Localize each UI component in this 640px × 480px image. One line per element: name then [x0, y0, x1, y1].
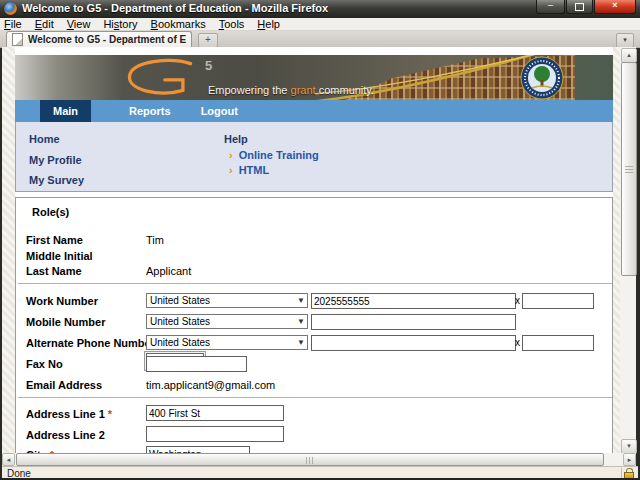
fax-input[interactable]: [146, 356, 247, 372]
main-menu-panel: Home My Profile My Survey Help ›Online T…: [15, 122, 613, 192]
menu-file[interactable]: File: [4, 18, 22, 30]
new-tab-button[interactable]: +: [198, 33, 218, 48]
firefox-icon: [4, 2, 17, 15]
required-asterisk: *: [108, 408, 112, 420]
link-arrow-icon: ›: [229, 149, 233, 161]
maximize-icon: [575, 3, 584, 11]
alternate-number-input[interactable]: [311, 335, 516, 351]
last-name-value: Applicant: [146, 265, 191, 277]
work-ext-input[interactable]: [522, 293, 594, 309]
help-header: Help: [224, 133, 248, 145]
active-tab[interactable]: Welcome to G5 - Department of Edu...: [6, 31, 192, 47]
menu-link-my-survey[interactable]: My Survey: [29, 174, 84, 186]
chevron-down-icon: ▼: [297, 317, 305, 326]
alternate-ext-label: x: [515, 337, 520, 348]
menu-link-home[interactable]: Home: [29, 133, 60, 145]
link-arrow-icon: ›: [229, 164, 233, 176]
minimize-button[interactable]: –: [536, 0, 565, 14]
window-titlebar: Welcome to G5 - Department of Education …: [0, 0, 640, 18]
section-divider: [18, 397, 612, 398]
scroll-right-button[interactable]: ►: [623, 453, 636, 466]
secure-lock-indicator: [621, 468, 636, 479]
nav-tab-reports[interactable]: Reports: [115, 100, 185, 122]
maximize-button[interactable]: [566, 0, 593, 14]
list-all-tabs-button[interactable]: ▾: [616, 33, 634, 48]
mobile-number-input[interactable]: [311, 314, 516, 330]
nav-tab-main[interactable]: Main: [40, 100, 91, 122]
alternate-ext-input[interactable]: [522, 335, 594, 351]
work-number-input[interactable]: [311, 293, 516, 309]
help-link-html[interactable]: ›HTML: [229, 164, 269, 176]
city-input[interactable]: [146, 446, 250, 453]
email-value: tim.applicant9@gmail.com: [146, 379, 275, 391]
chevron-down-icon: ▼: [297, 296, 305, 305]
department-of-education-seal-icon: [520, 56, 564, 100]
scroll-grip-icon: [625, 165, 633, 173]
browser-menubar: File Edit View History Bookmarks Tools H…: [0, 18, 640, 31]
alternate-number-label: Alternate Phone Number: [26, 337, 155, 349]
help-link-online-training[interactable]: ›Online Training: [229, 149, 319, 161]
g5-logo-five: 5: [205, 58, 212, 73]
last-name-label: Last Name: [26, 265, 82, 277]
scroll-up-button[interactable]: ▲: [621, 48, 637, 63]
address2-label: Address Line 2: [26, 429, 105, 441]
page-content: 5 Empowering the grant community. Main R…: [15, 47, 613, 453]
work-number-label: Work Number: [26, 295, 98, 307]
window-title: Welcome to G5 - Department of Education …: [22, 2, 328, 14]
vertical-scroll-thumb[interactable]: [621, 62, 637, 276]
page-viewport: 5 Empowering the grant community. Main R…: [2, 47, 620, 453]
mobile-country-select[interactable]: United States ▼: [146, 314, 308, 329]
site-navbar: Main Reports Logout: [15, 100, 613, 122]
menu-bookmarks[interactable]: Bookmarks: [151, 18, 206, 30]
chevron-down-icon: ▼: [297, 338, 305, 347]
address1-label: Address Line 1*: [26, 408, 112, 420]
scroll-down-button[interactable]: ▼: [621, 439, 637, 454]
scroll-left-button[interactable]: ◄: [2, 453, 15, 466]
menu-history[interactable]: History: [103, 18, 137, 30]
role-label: Role(s): [32, 206, 69, 218]
menu-link-my-profile[interactable]: My Profile: [29, 154, 82, 166]
alternate-country-select[interactable]: United States ▼: [146, 335, 308, 350]
nav-tab-logout[interactable]: Logout: [187, 100, 252, 122]
first-name-value: Tim: [146, 234, 164, 246]
section-divider: [18, 283, 612, 284]
address2-input[interactable]: [146, 426, 284, 442]
fax-label: Fax No: [26, 358, 63, 370]
menu-help[interactable]: Help: [257, 18, 280, 30]
work-ext-label: x: [515, 295, 520, 306]
g5-banner: 5 Empowering the grant community.: [15, 55, 613, 100]
menu-edit[interactable]: Edit: [35, 18, 54, 30]
browser-tabbar: Welcome to G5 - Department of Edu... + ▾: [0, 31, 640, 48]
email-label: Email Address: [26, 379, 102, 391]
status-text: Done: [7, 468, 621, 479]
profile-form: Role(s) g5Reviewer First Name Tim Middle…: [15, 197, 613, 453]
page-favicon-icon: [12, 33, 23, 46]
menu-tools[interactable]: Tools: [219, 18, 245, 30]
menu-view[interactable]: View: [67, 18, 91, 30]
mobile-number-label: Mobile Number: [26, 316, 105, 328]
tab-title: Welcome to G5 - Department of Edu...: [28, 34, 186, 45]
scroll-grip-icon: [306, 457, 315, 464]
close-button[interactable]: ×: [594, 0, 636, 14]
address1-input[interactable]: [146, 405, 284, 421]
banner-tagline: Empowering the grant community.: [208, 84, 374, 96]
horizontal-scroll-thumb[interactable]: [16, 453, 604, 466]
g5-logo-icon: [120, 57, 202, 97]
horizontal-scrollbar[interactable]: ◄ ►: [2, 453, 636, 466]
middle-initial-label: Middle Initial: [26, 250, 93, 262]
work-country-select[interactable]: United States ▼: [146, 293, 308, 308]
first-name-label: First Name: [26, 234, 83, 246]
vertical-scrollbar[interactable]: ▲ ▼: [620, 47, 636, 453]
